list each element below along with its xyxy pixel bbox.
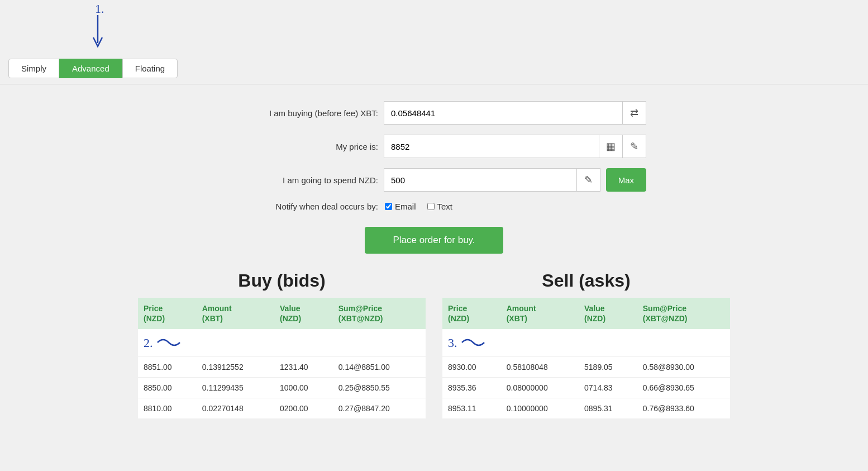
table-cell: 0.02270148 [197,398,274,419]
sell-col-sum: Sum@Price(XBT@NZD) [637,298,730,329]
buying-input[interactable] [384,101,623,125]
table-row: 8850.000.112994351000.000.25@8850.55 [138,378,426,398]
shuffle-button[interactable]: ⇄ [623,101,646,125]
sell-asks-header-row: Price(NZD) Amount(XBT) Value(NZD) Sum@Pr… [442,298,730,329]
sell-col-price: Price(NZD) [442,298,501,329]
table-row: 8930.000.581080485189.050.58@8930.00 [442,357,730,378]
table-cell: 8930.00 [442,357,501,378]
table-cell: 8851.00 [138,357,197,378]
pencil-button-price[interactable]: ✎ [623,135,646,158]
price-input-group: ▦ ✎ [384,135,646,158]
text-option[interactable]: Text [427,202,453,211]
email-label: Email [395,202,416,211]
tab-bar: Simply Advanced Floating [0,53,868,84]
buying-label: I am buying (before fee) XBT: [222,108,378,118]
price-label: My price is: [222,142,378,151]
table-cell: 0.27@8847.20 [333,398,426,419]
max-button[interactable]: Max [606,168,646,192]
spend-label: I am going to spend NZD: [222,175,378,185]
sell-asks-table: Price(NZD) Amount(XBT) Value(NZD) Sum@Pr… [442,298,730,419]
sell-asks-block: Sell (asks) Price(NZD) Amount(XBT) Value… [442,270,730,419]
price-input[interactable] [384,135,599,158]
sell-col-amount: Amount(XBT) [501,298,579,329]
table-cell: 1231.40 [274,357,333,378]
svg-text:3.: 3. [448,336,457,350]
notify-row: Notify when deal occurs by: Email Text [222,202,646,211]
buy-bids-title: Buy (bids) [138,270,426,291]
buy-col-price: Price(NZD) [138,298,197,329]
table-cell: 0895.31 [579,398,637,419]
table-row: 8935.360.080000000714.830.66@8930.65 [442,378,730,398]
tab-floating[interactable]: Floating [122,59,178,78]
table-cell: 8953.11 [442,398,501,419]
sell-col-value: Value(NZD) [579,298,637,329]
spend-row: I am going to spend NZD: ✎ Max [222,168,646,192]
table-cell: 0.76@8933.60 [637,398,730,419]
table-cell: 0.13912552 [197,357,274,378]
text-label: Text [437,202,453,211]
text-checkbox[interactable] [427,203,435,210]
buy-col-sum: Sum@Price(XBT@NZD) [333,298,426,329]
table-cell: 5189.05 [579,357,637,378]
spend-input-group: ✎ [384,168,600,192]
table-cell: 8935.36 [442,378,501,398]
sell-annotation-row: 3. [442,329,730,357]
order-form: I am buying (before fee) XBT: ⇄ My price… [138,101,730,254]
buy-bids-table: Price(NZD) Amount(XBT) Value(NZD) Sum@Pr… [138,298,426,419]
table-cell: 8850.00 [138,378,197,398]
notify-options: Email Text [384,202,452,211]
sell-asks-title: Sell (asks) [442,270,730,291]
table-cell: 0.10000000 [501,398,579,419]
table-cell: 0.58108048 [501,357,579,378]
svg-text:1.: 1. [95,2,104,16]
table-cell: 0.11299435 [197,378,274,398]
table-cell: 0.25@8850.55 [333,378,426,398]
place-order-button[interactable]: Place order for buy. [365,227,503,254]
table-cell: 0.66@8930.65 [637,378,730,398]
tab-simply[interactable]: Simply [8,59,59,78]
buy-bids-header-row: Price(NZD) Amount(XBT) Value(NZD) Sum@Pr… [138,298,426,329]
email-checkbox[interactable] [385,203,392,210]
table-cell: 0.08000000 [501,378,579,398]
buy-bids-block: Buy (bids) Price(NZD) Amount(XBT) Value(… [138,270,426,419]
buying-input-group: ⇄ [384,101,646,125]
calendar-button[interactable]: ▦ [599,135,623,158]
notify-label: Notify when deal occurs by: [222,202,378,211]
table-cell: 0714.83 [579,378,637,398]
buy-col-amount: Amount(XBT) [197,298,274,329]
table-cell: 1000.00 [274,378,333,398]
table-cell: 0200.00 [274,398,333,419]
table-cell: 8810.00 [138,398,197,419]
table-row: 8953.110.100000000895.310.76@8933.60 [442,398,730,419]
tab-advanced[interactable]: Advanced [59,59,122,78]
table-row: 8810.000.022701480200.000.27@8847.20 [138,398,426,419]
tables-section: Buy (bids) Price(NZD) Amount(XBT) Value(… [138,270,730,419]
buy-col-value: Value(NZD) [274,298,333,329]
pencil-button-spend[interactable]: ✎ [577,168,600,192]
email-option[interactable]: Email [385,202,416,211]
buying-row: I am buying (before fee) XBT: ⇄ [222,101,646,125]
price-row: My price is: ▦ ✎ [222,135,646,158]
annotation-1: 1. [87,3,115,50]
table-cell: 0.14@8851.00 [333,357,426,378]
svg-text:2.: 2. [144,336,153,350]
top-annotation: 1. [0,0,868,53]
table-cell: 0.58@8930.00 [637,357,730,378]
spend-input[interactable] [384,168,577,192]
buy-annotation-row: 2. [138,329,426,357]
table-row: 8851.000.139125521231.400.14@8851.00 [138,357,426,378]
place-order-row: Place order for buy. [365,227,503,254]
